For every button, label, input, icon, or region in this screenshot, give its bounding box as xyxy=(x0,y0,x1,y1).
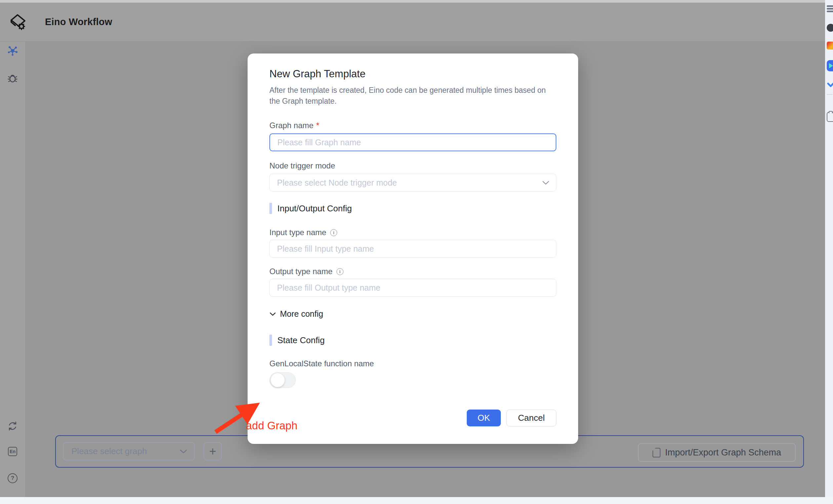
graph-name-label: Graph name * xyxy=(269,121,556,130)
chevron-down-icon xyxy=(180,449,187,454)
gen-local-state-label: GenLocalState function name xyxy=(269,359,556,368)
check-icon[interactable] xyxy=(827,79,833,89)
page-title: Eino Workflow xyxy=(45,17,112,27)
chevron-down-icon xyxy=(269,312,276,316)
info-icon[interactable]: i xyxy=(336,268,343,275)
help-label: ? xyxy=(7,473,18,483)
stack-icon[interactable] xyxy=(827,5,833,13)
cancel-button[interactable]: Cancel xyxy=(506,409,556,426)
plus-icon: + xyxy=(209,445,216,458)
blue-app-icon[interactable] xyxy=(827,60,833,71)
app-root: Eino Workflow xyxy=(0,0,833,504)
ok-button[interactable]: OK xyxy=(467,409,501,426)
refresh-icon[interactable] xyxy=(0,421,25,431)
window-bottom-edge xyxy=(0,497,833,504)
import-export-label: Import/Export Graph Schema xyxy=(665,448,781,458)
toggle-knob xyxy=(271,373,285,387)
input-type-name-label: Input type name i xyxy=(269,228,556,237)
more-config-toggle[interactable]: More config xyxy=(269,309,556,319)
chevron-down-icon xyxy=(542,181,549,185)
dialog-footer: OK Cancel xyxy=(269,409,556,426)
language-label: En xyxy=(8,447,17,456)
panel-divider xyxy=(827,94,833,95)
io-config-section-header: Input/Output Config xyxy=(269,203,556,214)
gen-local-state-toggle[interactable] xyxy=(269,372,296,388)
dialog-title: New Graph Template xyxy=(269,53,556,80)
workflow-graph-icon[interactable] xyxy=(0,45,25,56)
dark-disc-icon[interactable] xyxy=(827,24,833,32)
output-type-name-label: Output type name i xyxy=(269,267,556,276)
app-header: Eino Workflow xyxy=(0,3,833,42)
annotation-label: add Graph xyxy=(246,420,298,432)
graph-name-input[interactable] xyxy=(269,133,556,151)
sidebar: En ? xyxy=(0,42,25,497)
section-accent-bar xyxy=(269,334,272,346)
language-icon[interactable]: En xyxy=(0,447,25,456)
required-asterisk: * xyxy=(316,121,319,130)
import-export-button[interactable]: Import/Export Graph Schema xyxy=(638,443,796,462)
document-icon xyxy=(652,448,661,457)
window-top-edge xyxy=(0,0,833,3)
info-icon[interactable]: i xyxy=(330,229,337,236)
new-graph-template-dialog: New Graph Template After the template is… xyxy=(247,53,578,444)
dialog-description: After the template is created, Eino code… xyxy=(269,85,556,107)
debug-bug-icon[interactable] xyxy=(0,73,25,84)
graph-select-placeholder: Please select graph xyxy=(71,446,180,456)
section-accent-bar xyxy=(269,203,272,214)
help-icon[interactable]: ? xyxy=(0,473,25,483)
node-trigger-mode-select[interactable]: Please select Node trigger mode xyxy=(269,174,556,192)
node-trigger-mode-label: Node trigger mode xyxy=(269,161,556,171)
browser-side-panel-strip xyxy=(825,0,833,497)
state-config-section-header: State Config xyxy=(269,334,556,346)
output-type-name-input[interactable] xyxy=(269,279,556,297)
add-graph-button[interactable]: + xyxy=(204,442,222,460)
clipboard-icon[interactable] xyxy=(827,112,833,122)
graph-select[interactable]: Please select graph xyxy=(63,442,195,460)
input-type-name-input[interactable] xyxy=(269,240,556,258)
orange-app-icon[interactable] xyxy=(827,42,833,50)
eino-logo-icon[interactable] xyxy=(8,13,26,31)
